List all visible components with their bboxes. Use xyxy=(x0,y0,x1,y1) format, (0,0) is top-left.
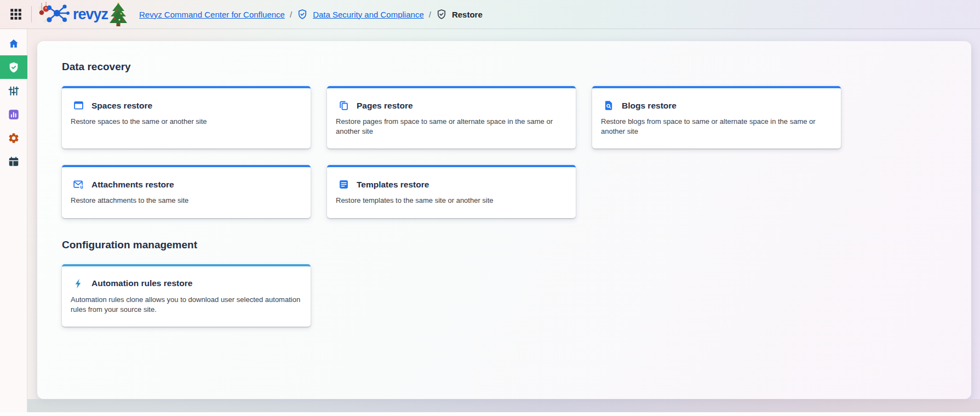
card-attachments-restore[interactable]: Attachments restoreRestore attachments t… xyxy=(62,165,311,218)
christmas-tree-icon xyxy=(108,2,128,27)
bottom-strip xyxy=(0,412,980,416)
home-icon xyxy=(8,38,20,50)
card-title: Pages restore xyxy=(357,101,413,111)
breadcrumb-separator: / xyxy=(290,10,292,19)
bar-chart-icon xyxy=(8,109,20,121)
card-header: Spaces restore xyxy=(73,100,302,111)
card-pages-restore[interactable]: Pages restoreRestore pages from space to… xyxy=(327,86,576,149)
mail-attachment-icon xyxy=(73,179,84,190)
logo-text: revyz xyxy=(73,6,108,23)
bottom-gradient-band xyxy=(27,399,980,412)
card-description: Restore spaces to the same or another si… xyxy=(71,117,302,127)
sidebar-item-data-security[interactable] xyxy=(0,55,27,79)
card-blogs-restore[interactable]: Blogs restoreRestore blogs from space to… xyxy=(592,86,841,149)
card-description: Restore blogs from space to same or alte… xyxy=(601,117,832,136)
card-header: Pages restore xyxy=(338,100,567,111)
card-grid: Spaces restoreRestore spaces to the same… xyxy=(62,86,842,218)
card-title: Automation rules restore xyxy=(91,278,192,288)
lightning-icon xyxy=(73,278,84,289)
grid-icon xyxy=(9,7,23,21)
copy-pages-icon xyxy=(338,100,349,111)
section-title-configuration-management: Configuration management xyxy=(62,239,971,251)
breadcrumb-separator: / xyxy=(429,10,431,19)
breadcrumb-link[interactable]: Revyz Command Center for Confluence xyxy=(139,10,285,19)
card-header: Templates restore xyxy=(338,179,567,190)
sliders-icon xyxy=(8,85,20,97)
section-title-data-recovery: Data recovery xyxy=(62,61,971,73)
sidebar-item-home[interactable] xyxy=(0,32,27,55)
card-description: Restore templates to the same site or an… xyxy=(336,196,567,206)
browser-icon xyxy=(73,100,84,111)
sidebar-item-analytics[interactable] xyxy=(0,102,27,126)
card-header: Attachments restore xyxy=(73,179,302,190)
breadcrumb-link[interactable]: Data Security and Compliance xyxy=(313,10,424,19)
card-title: Attachments restore xyxy=(91,180,174,190)
card-description: Restore pages from space to same or alte… xyxy=(336,117,567,136)
shield-check-filled-icon xyxy=(8,61,20,73)
gear-icon xyxy=(8,132,20,144)
card-grid: Automation rules restoreAutomation rules… xyxy=(62,264,842,327)
card-title: Blogs restore xyxy=(622,101,677,111)
card-templates-restore[interactable]: Templates restoreRestore templates to th… xyxy=(327,165,576,218)
logo: revyz xyxy=(37,0,131,29)
breadcrumb: Revyz Command Center for Confluence/Data… xyxy=(139,9,483,20)
sidebar xyxy=(0,29,27,416)
app-header: revyz Revyz Command Center for Confluenc… xyxy=(0,0,980,29)
sidebar-item-billing[interactable] xyxy=(0,150,27,173)
header-divider xyxy=(31,6,32,22)
card-spaces-restore[interactable]: Spaces restoreRestore spaces to the same… xyxy=(62,86,311,149)
sidebar-item-settings[interactable] xyxy=(0,126,27,150)
card-header: Blogs restore xyxy=(603,100,832,111)
card-automation-rules-restore[interactable]: Automation rules restoreAutomation rules… xyxy=(62,264,311,327)
card-title: Spaces restore xyxy=(91,101,152,111)
card-title: Templates restore xyxy=(357,180,429,190)
file-search-icon xyxy=(603,100,615,111)
sidebar-item-configuration[interactable] xyxy=(0,79,27,102)
card-description: Automation rules clone allows you to dow… xyxy=(71,295,302,315)
logo-molecule-icon xyxy=(37,2,72,27)
table-icon xyxy=(8,156,20,168)
card-description: Restore attachments to the same site xyxy=(71,196,302,206)
content-panel: Data recoverySpaces restoreRestore space… xyxy=(37,41,971,399)
app-switcher-button[interactable] xyxy=(7,5,25,23)
shield-check-icon xyxy=(436,9,447,20)
shield-check-icon xyxy=(297,9,308,20)
breadcrumb-current: Restore xyxy=(452,10,483,19)
article-icon xyxy=(338,179,349,190)
card-header: Automation rules restore xyxy=(73,278,302,289)
